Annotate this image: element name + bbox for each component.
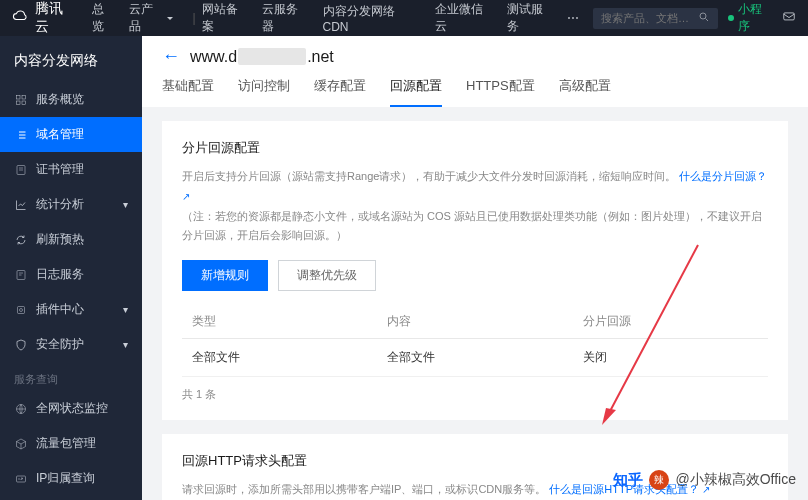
back-arrow-icon[interactable]: ← [162,46,180,67]
svg-rect-8 [18,306,25,313]
author-avatar: 辣 [649,470,669,490]
tab-2[interactable]: 缓存配置 [314,77,366,107]
page-header: ← www.dxxxxx.net 基础配置访问控制缓存配置回源配置HTTPS配置… [142,36,808,107]
refresh-icon [14,233,28,247]
chevron-down-icon: ▾ [123,199,128,210]
table-header: 类型 [182,305,377,339]
sidebar-query-item-2[interactable]: IP归属查询 [0,461,142,496]
range-origin-card: 分片回源配置 开启后支持分片回源（源站需支持Range请求），有助于减少大文件分… [162,121,788,420]
grid-icon [14,93,28,107]
sidebar-query-item-1[interactable]: 流量包管理 [0,426,142,461]
svg-point-0 [700,13,706,19]
sidebar-item-2[interactable]: 证书管理 [0,152,142,187]
nav-cvm[interactable]: 云服务器 [262,1,308,35]
sidebar-item-7[interactable]: 安全防护▾ [0,327,142,362]
table-header: 内容 [377,305,572,339]
svg-rect-4 [17,101,21,105]
search-icon [698,11,710,26]
svg-rect-5 [22,101,26,105]
sidebar-title: 内容分发网络 [0,44,142,82]
rules-table: 类型内容分片回源 全部文件全部文件关闭 [182,305,768,377]
cert-icon [14,163,28,177]
cloud-logo-icon [12,9,29,27]
chart-icon [14,198,28,212]
nav-overview[interactable]: 总览 [92,1,115,35]
messages-icon[interactable] [782,10,796,27]
nav-test[interactable]: 测试服务 [507,1,553,35]
sidebar-query-item-0[interactable]: 全网状态监控 [0,391,142,426]
tab-5[interactable]: 高级配置 [559,77,611,107]
sidebar-query-item-3[interactable]: 回源节点查询 [0,496,142,500]
chevron-down-icon: ▾ [123,304,128,315]
sidebar-item-3[interactable]: 统计分析▾ [0,187,142,222]
sidebar-item-1[interactable]: 域名管理 [0,117,142,152]
nav-beian[interactable]: 网站备案 [202,1,248,35]
zhihu-logo-icon: 知乎 [613,471,643,490]
main-area: ← www.dxxxxx.net 基础配置访问控制缓存配置回源配置HTTPS配置… [142,36,808,500]
nav-more[interactable]: ⋯ [567,11,579,25]
shield-icon [14,338,28,352]
table-pager: 共 1 条 [182,387,768,402]
svg-rect-2 [17,95,21,99]
author-name: @小辣椒高效Office [675,471,796,489]
config-tabs: 基础配置访问控制缓存配置回源配置HTTPS配置高级配置 [162,77,788,107]
sidebar-item-6[interactable]: 插件中心▾ [0,292,142,327]
tab-3[interactable]: 回源配置 [390,77,442,107]
globe-icon [14,402,28,416]
card-desc: 开启后支持分片回源（源站需支持Range请求），有助于减少大文件分发时回源消耗，… [182,167,768,246]
tab-4[interactable]: HTTPS配置 [466,77,535,107]
watermark: 知乎 辣 @小辣椒高效Office [613,470,796,490]
brand-logo[interactable]: 腾讯云 [12,0,76,36]
nav-products[interactable]: 云产品 [129,1,173,35]
sidebar-item-0[interactable]: 服务概览 [0,82,142,117]
sidebar: 内容分发网络 服务概览域名管理证书管理统计分析▾刷新预热日志服务插件中心▾安全防… [0,36,142,500]
nav-wecom[interactable]: 企业微信云 [435,1,493,35]
miniprogram-link[interactable]: 小程序 [728,1,772,35]
pkg-icon [14,437,28,451]
table-header: 分片回源 [573,305,768,339]
tab-0[interactable]: 基础配置 [162,77,214,107]
card-title: 回源HTTP请求头配置 [182,452,768,470]
sidebar-section-query: 服务查询 [0,362,142,391]
card-title: 分片回源配置 [182,139,768,157]
top-nav: 腾讯云 总览 云产品 | 网站备案 云服务器 内容分发网络 CDN 企业微信云 … [0,0,808,36]
adjust-priority-button[interactable]: 调整优先级 [278,260,376,291]
log-icon [14,268,28,282]
add-rule-button[interactable]: 新增规则 [182,260,268,291]
list-icon [14,128,28,142]
svg-point-9 [20,308,23,311]
sidebar-item-4[interactable]: 刷新预热 [0,222,142,257]
sidebar-item-5[interactable]: 日志服务 [0,257,142,292]
table-row: 全部文件全部文件关闭 [182,339,768,377]
svg-rect-1 [784,12,795,19]
tab-1[interactable]: 访问控制 [238,77,290,107]
chevron-down-icon: ▾ [123,339,128,350]
search-input[interactable] [601,12,691,24]
origin-http-header-card: 回源HTTP请求头配置 请求回源时，添加所需头部用以携带客户端IP、端口，或标识… [162,434,788,500]
ip-icon [14,472,28,486]
svg-rect-3 [22,95,26,99]
plugin-icon [14,303,28,317]
nav-cdn[interactable]: 内容分发网络 CDN [323,3,421,34]
domain-title: www.dxxxxx.net [190,48,334,66]
search-box[interactable] [593,8,718,29]
